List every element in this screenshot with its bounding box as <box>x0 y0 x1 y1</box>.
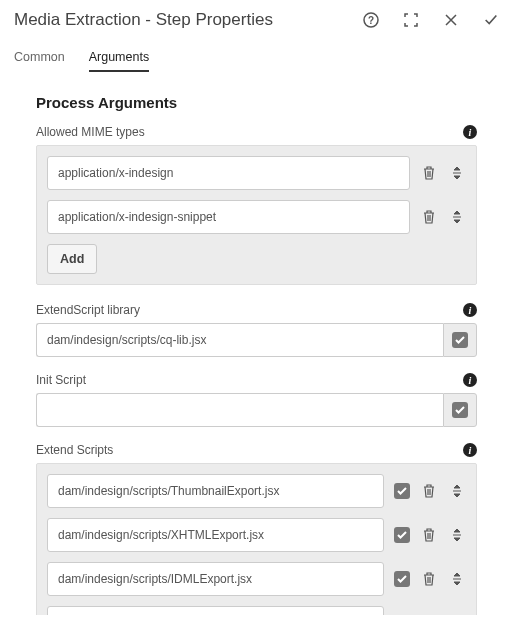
svg-text:?: ? <box>368 15 374 26</box>
reorder-icon[interactable] <box>448 482 466 500</box>
trash-icon[interactable] <box>420 614 438 615</box>
list-item <box>47 156 466 190</box>
initscript-label-row: Init Script i <box>36 373 477 387</box>
extscripts-label: Extend Scripts <box>36 443 113 457</box>
checkbox-container <box>443 323 477 357</box>
add-button[interactable]: Add <box>47 244 97 274</box>
extscripts-input[interactable] <box>47 474 384 508</box>
checkbox-checked-icon[interactable] <box>394 483 410 499</box>
info-icon[interactable]: i <box>463 125 477 139</box>
mime-multibox: Add <box>36 145 477 285</box>
dialog-title: Media Extraction - Step Properties <box>14 10 363 30</box>
extscripts-label-row: Extend Scripts i <box>36 443 477 457</box>
tab-bar: Common Arguments <box>0 40 513 72</box>
extscripts-multibox <box>36 463 477 615</box>
trash-icon[interactable] <box>420 164 438 182</box>
mime-input[interactable] <box>47 200 410 234</box>
trash-icon[interactable] <box>420 208 438 226</box>
content-area: Process Arguments Allowed MIME types i A… <box>0 72 513 615</box>
list-item <box>47 606 466 615</box>
trash-icon[interactable] <box>420 482 438 500</box>
trash-icon[interactable] <box>420 570 438 588</box>
extscripts-input[interactable] <box>47 562 384 596</box>
list-item <box>47 562 466 596</box>
extendlib-label-row: ExtendScript library i <box>36 303 477 317</box>
section-title: Process Arguments <box>36 94 477 111</box>
extendlib-label: ExtendScript library <box>36 303 140 317</box>
reorder-icon[interactable] <box>448 208 466 226</box>
close-icon[interactable] <box>443 12 459 28</box>
help-icon[interactable]: ? <box>363 12 379 28</box>
checkbox-checked-icon[interactable] <box>394 527 410 543</box>
extscripts-input[interactable] <box>47 606 384 615</box>
list-item <box>47 474 466 508</box>
header-actions: ? <box>363 12 499 28</box>
list-item <box>47 200 466 234</box>
mime-label: Allowed MIME types <box>36 125 145 139</box>
trash-icon[interactable] <box>420 526 438 544</box>
checkbox-checked-icon[interactable] <box>394 571 410 587</box>
info-icon[interactable]: i <box>463 443 477 457</box>
info-icon[interactable]: i <box>463 373 477 387</box>
extscripts-input[interactable] <box>47 518 384 552</box>
initscript-row <box>36 393 477 427</box>
tab-common[interactable]: Common <box>14 50 65 72</box>
checkbox-container <box>394 571 410 587</box>
reorder-icon[interactable] <box>448 164 466 182</box>
checkbox-container <box>443 393 477 427</box>
reorder-icon[interactable] <box>448 570 466 588</box>
checkbox-checked-icon[interactable] <box>452 332 468 348</box>
mime-label-row: Allowed MIME types i <box>36 125 477 139</box>
list-item <box>47 518 466 552</box>
reorder-icon[interactable] <box>448 614 466 615</box>
confirm-icon[interactable] <box>483 12 499 28</box>
reorder-icon[interactable] <box>448 526 466 544</box>
checkbox-container <box>394 527 410 543</box>
fullscreen-icon[interactable] <box>403 12 419 28</box>
initscript-label: Init Script <box>36 373 86 387</box>
checkbox-checked-icon[interactable] <box>452 402 468 418</box>
checkbox-container <box>394 483 410 499</box>
extendlib-input[interactable] <box>36 323 443 357</box>
dialog-header: Media Extraction - Step Properties ? <box>0 0 513 40</box>
mime-input[interactable] <box>47 156 410 190</box>
info-icon[interactable]: i <box>463 303 477 317</box>
tab-arguments[interactable]: Arguments <box>89 50 149 72</box>
initscript-input[interactable] <box>36 393 443 427</box>
extendlib-row <box>36 323 477 357</box>
